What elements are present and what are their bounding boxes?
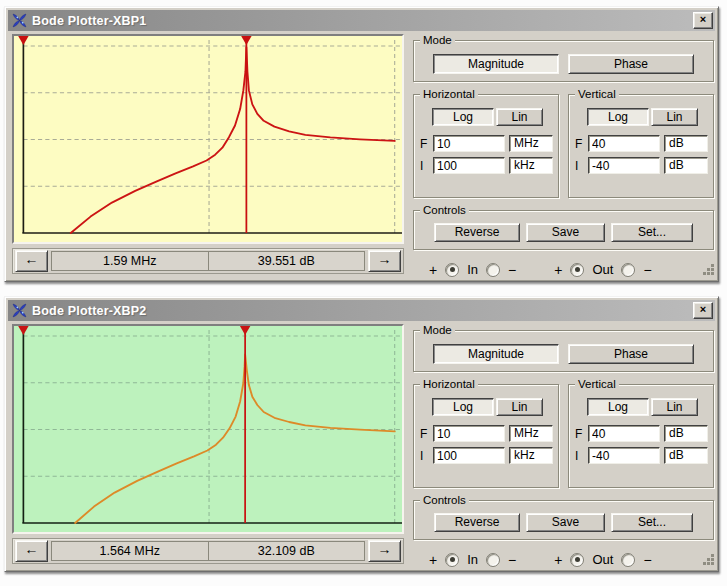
bode-plotter-app-icon [12, 13, 27, 28]
horizontal-log-button[interactable]: Log [432, 398, 494, 416]
vertical-log-button[interactable]: Log [587, 108, 649, 126]
plot-area [12, 34, 404, 244]
out-minus-radio[interactable] [621, 263, 635, 277]
vertical-group: Vertical Log Lin F dB I dB [568, 94, 714, 198]
set-button[interactable]: Set... [611, 513, 693, 532]
out-label: Out [592, 552, 613, 567]
cursor-right-button[interactable]: → [368, 540, 401, 562]
io-polarity-row: + In − + Out − [413, 262, 716, 277]
horizontal-final-input[interactable] [433, 425, 505, 442]
close-button[interactable]: × [693, 302, 713, 319]
in-minus-label: − [508, 554, 516, 566]
magnitude-button[interactable]: Magnitude [433, 344, 559, 364]
bode-plotter-window-xbp2: Bode Plotter-XBP2 × ← 1.564 MHz 32.109 d… [4, 296, 719, 572]
phase-button[interactable]: Phase [568, 344, 694, 364]
horizontal-initial-input[interactable] [433, 157, 505, 174]
cursor-readout: 1.59 MHz 39.551 dB [51, 251, 365, 271]
titlebar[interactable]: Bode Plotter-XBP1 × [8, 10, 715, 31]
vertical-final-label: F [575, 427, 584, 441]
mode-group: Mode Magnitude Phase [413, 330, 714, 372]
vertical-initial-input[interactable] [588, 447, 660, 464]
out-plus-label: + [554, 554, 562, 566]
in-minus-radio[interactable] [486, 553, 500, 567]
vertical-log-button[interactable]: Log [587, 398, 649, 416]
out-plus-radio[interactable] [570, 263, 584, 277]
horizontal-final-label: F [420, 137, 429, 151]
cursor-right-button[interactable]: → [368, 250, 401, 272]
vertical-final-input[interactable] [588, 135, 660, 152]
vertical-final-label: F [575, 137, 584, 151]
save-button[interactable]: Save [526, 223, 605, 242]
save-button[interactable]: Save [526, 513, 605, 532]
in-plus-label: + [429, 554, 437, 566]
vertical-initial-input[interactable] [588, 157, 660, 174]
horizontal-initial-unit[interactable]: kHz [509, 157, 553, 174]
in-plus-radio[interactable] [445, 263, 459, 277]
out-plus-radio[interactable] [570, 553, 584, 567]
out-minus-label: − [643, 554, 651, 566]
in-minus-label: − [508, 264, 516, 276]
vertical-initial-unit[interactable]: dB [664, 157, 708, 174]
horizontal-group-label: Horizontal [420, 88, 478, 100]
resize-grip[interactable] [703, 264, 716, 277]
horizontal-final-input[interactable] [433, 135, 505, 152]
horizontal-group: Horizontal Log Lin F MHz I kHz [413, 94, 559, 198]
vertical-lin-button[interactable]: Lin [651, 398, 698, 416]
horizontal-initial-label: I [420, 159, 429, 173]
close-button[interactable]: × [693, 12, 713, 29]
window-title: Bode Plotter-XBP2 [32, 304, 688, 318]
horizontal-initial-unit[interactable]: kHz [509, 447, 553, 464]
horizontal-final-unit[interactable]: MHz [509, 425, 553, 442]
io-polarity-row: + In − + Out − [413, 552, 716, 567]
bode-plot-canvas-xbp1[interactable] [14, 36, 402, 242]
cursor-bar: ← 1.59 MHz 39.551 dB → [12, 248, 404, 274]
vertical-initial-unit[interactable]: dB [664, 447, 708, 464]
cursor-left-button[interactable]: ← [15, 250, 48, 272]
reverse-button[interactable]: Reverse [434, 223, 520, 242]
cursor-left-button[interactable]: ← [15, 540, 48, 562]
bode-plotter-window-xbp1: Bode Plotter-XBP1 × ← 1.59 MHz 39.551 dB… [4, 6, 719, 282]
mode-group: Mode Magnitude Phase [413, 40, 714, 82]
phase-button[interactable]: Phase [568, 54, 694, 74]
cursor-gain-readout: 32.109 dB [208, 542, 365, 560]
mode-group-label: Mode [420, 34, 455, 46]
vertical-group-label: Vertical [575, 88, 619, 100]
horizontal-final-unit[interactable]: MHz [509, 135, 553, 152]
vertical-group-label: Vertical [575, 378, 619, 390]
vertical-lin-button[interactable]: Lin [651, 108, 698, 126]
titlebar[interactable]: Bode Plotter-XBP2 × [8, 300, 715, 321]
controls-group: Controls Reverse Save Set... [413, 210, 714, 250]
horizontal-lin-button[interactable]: Lin [496, 108, 543, 126]
vertical-initial-label: I [575, 159, 584, 173]
magnitude-button[interactable]: Magnitude [433, 54, 559, 74]
controls-group-label: Controls [420, 494, 469, 506]
cursor-frequency-readout: 1.564 MHz [52, 542, 208, 560]
horizontal-lin-button[interactable]: Lin [496, 398, 543, 416]
horizontal-final-label: F [420, 427, 429, 441]
cursor-gain-readout: 39.551 dB [208, 252, 365, 270]
cursor-readout: 1.564 MHz 32.109 dB [51, 541, 365, 561]
vertical-final-unit[interactable]: dB [664, 135, 708, 152]
window-title: Bode Plotter-XBP1 [32, 14, 688, 28]
vertical-initial-label: I [575, 449, 584, 463]
in-plus-label: + [429, 264, 437, 276]
bode-plot-canvas-xbp2[interactable] [14, 326, 402, 532]
vertical-final-unit[interactable]: dB [664, 425, 708, 442]
resize-grip[interactable] [703, 554, 716, 567]
plot-area [12, 324, 404, 534]
out-minus-radio[interactable] [621, 553, 635, 567]
out-label: Out [592, 262, 613, 277]
in-minus-radio[interactable] [486, 263, 500, 277]
bode-plotter-app-icon [12, 303, 27, 318]
horizontal-initial-label: I [420, 449, 429, 463]
in-label: In [467, 552, 478, 567]
vertical-final-input[interactable] [588, 425, 660, 442]
cursor-frequency-readout: 1.59 MHz [52, 252, 208, 270]
horizontal-initial-input[interactable] [433, 447, 505, 464]
horizontal-log-button[interactable]: Log [432, 108, 494, 126]
in-plus-radio[interactable] [445, 553, 459, 567]
reverse-button[interactable]: Reverse [434, 513, 520, 532]
set-button[interactable]: Set... [611, 223, 693, 242]
out-plus-label: + [554, 264, 562, 276]
in-label: In [467, 262, 478, 277]
